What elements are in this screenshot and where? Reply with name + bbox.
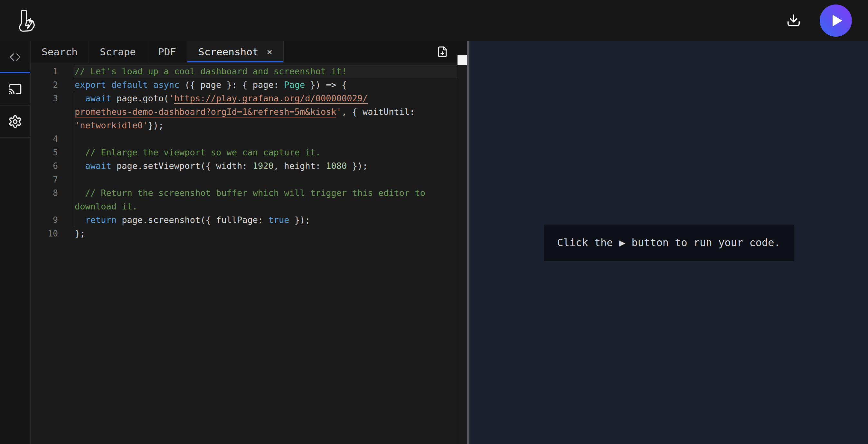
tab-label: Search	[41, 46, 78, 58]
line-number	[31, 119, 58, 132]
code-line-1: 1// Let's load up a cool dashboard and s…	[31, 65, 467, 78]
code-line-10: 10};	[31, 227, 467, 240]
line-number: 4	[31, 132, 58, 146]
code-text: // Enlarge the viewport so we can captur…	[58, 146, 321, 159]
new-file-icon	[437, 45, 448, 58]
sidebar-item-settings[interactable]	[0, 106, 30, 137]
line-number	[31, 200, 58, 213]
code-line-5: 5 // Enlarge the viewport so we can capt…	[31, 146, 467, 159]
code-text	[58, 132, 75, 146]
panel-resize-divider[interactable]	[467, 41, 469, 444]
line-number: 5	[31, 146, 58, 159]
tab-label: Screenshot	[198, 46, 258, 58]
sidebar-separator	[0, 137, 30, 138]
gear-icon	[8, 114, 22, 129]
code-line-wrap: 'networkidle0'});	[31, 119, 467, 132]
tab-label: Scrape	[100, 46, 136, 58]
new-file-button[interactable]	[437, 41, 448, 62]
tab-search[interactable]: Search	[31, 41, 89, 62]
tab-scrape[interactable]: Scrape	[89, 41, 147, 62]
cast-icon	[8, 82, 22, 96]
line-number: 9	[31, 213, 58, 227]
code-text: export default async ({ page }: { page: …	[58, 78, 347, 92]
tab-label: PDF	[158, 46, 176, 58]
code-text: 'networkidle0'});	[58, 119, 163, 132]
tab-screenshot[interactable]: Screenshot×	[187, 41, 284, 62]
play-icon	[833, 15, 842, 26]
header-actions	[786, 4, 852, 37]
code-text: await page.setViewport({ width: 1920, he…	[58, 159, 368, 173]
run-button[interactable]	[820, 4, 852, 37]
tab-close-icon[interactable]: ×	[267, 47, 272, 57]
code-line-8: 8 // Return the screenshot buffer which …	[31, 186, 467, 200]
sidebar-item-cast[interactable]	[0, 73, 30, 105]
code-line-2: 2export default async ({ page }: { page:…	[31, 78, 467, 92]
line-number: 3	[31, 92, 58, 105]
run-hint-box: Click the ▶ button to run your code.	[544, 225, 794, 261]
code-line-6: 6 await page.setViewport({ width: 1920, …	[31, 159, 467, 173]
code-lines: 1// Let's load up a cool dashboard and s…	[31, 62, 467, 240]
download-icon	[786, 13, 801, 28]
overview-ruler-cursor	[458, 55, 467, 65]
code-text: // Return the screenshot buffer which wi…	[58, 186, 425, 200]
line-number: 10	[31, 227, 58, 240]
browserbase-logo[interactable]	[17, 4, 37, 37]
tab-bar: SearchScrapePDFScreenshot×	[31, 41, 467, 62]
output-panel: Click the ▶ button to run your code.	[469, 41, 868, 444]
code-text	[58, 173, 75, 186]
download-button[interactable]	[786, 13, 801, 28]
tab-pdf[interactable]: PDF	[147, 41, 187, 62]
code-text: await page.goto('https://play.grafana.or…	[58, 92, 368, 105]
line-number: 8	[31, 186, 58, 200]
code-text: download it.	[58, 200, 137, 213]
code-text: return page.screenshot({ fullPage: true …	[58, 213, 310, 227]
line-number: 7	[31, 173, 58, 186]
code-text: // Let's load up a cool dashboard and sc…	[58, 65, 347, 78]
tab-list: SearchScrapePDFScreenshot×	[31, 41, 284, 62]
code-line-7: 7	[31, 173, 467, 186]
code-text: prometheus-demo-dashboard?orgId=1&refres…	[58, 105, 415, 119]
line-number: 6	[31, 159, 58, 173]
top-header	[0, 0, 868, 41]
code-line-9: 9 return page.screenshot({ fullPage: tru…	[31, 213, 467, 227]
code-editor[interactable]: 1// Let's load up a cool dashboard and s…	[31, 62, 467, 444]
code-line-3: 3 await page.goto('https://play.grafana.…	[31, 92, 467, 105]
tabbar-spacer	[284, 41, 437, 62]
code-line-wrap: prometheus-demo-dashboard?orgId=1&refres…	[31, 105, 467, 119]
sidebar-item-code[interactable]	[0, 41, 30, 73]
run-hint-text: Click the ▶ button to run your code.	[557, 237, 780, 249]
code-line-wrap: download it.	[31, 200, 467, 213]
line-number: 1	[31, 65, 58, 78]
bolt-logo-icon	[17, 4, 37, 37]
line-number	[31, 105, 58, 119]
sidebar	[0, 41, 31, 444]
code-line-4: 4	[31, 132, 467, 146]
line-number: 2	[31, 78, 58, 92]
code-icon	[9, 53, 22, 62]
code-text: };	[58, 227, 85, 240]
